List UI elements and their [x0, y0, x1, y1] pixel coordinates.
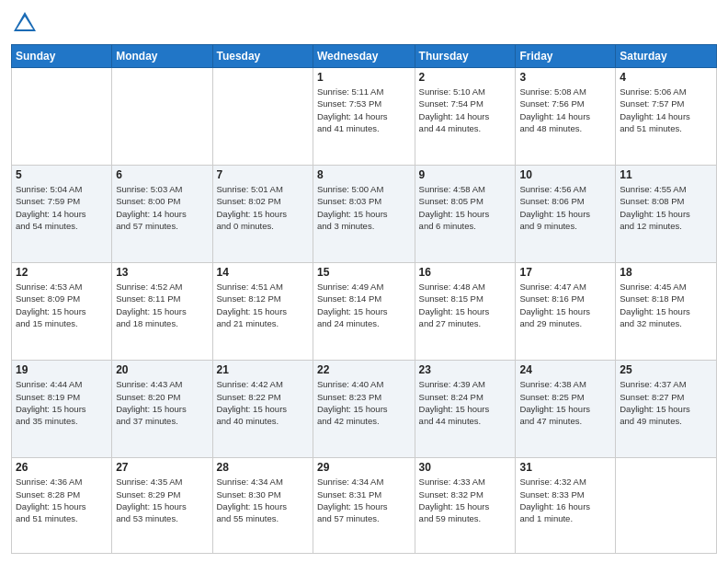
- day-cell: 7Sunrise: 5:01 AM Sunset: 8:02 PM Daylig…: [212, 166, 313, 263]
- week-row-3: 12Sunrise: 4:53 AM Sunset: 8:09 PM Dayli…: [12, 263, 717, 361]
- day-cell: 17Sunrise: 4:47 AM Sunset: 8:16 PM Dayli…: [516, 263, 616, 361]
- day-number: 27: [116, 461, 208, 474]
- calendar-table: SundayMondayTuesdayWednesdayThursdayFrid…: [11, 44, 717, 554]
- day-cell: 10Sunrise: 4:56 AM Sunset: 8:06 PM Dayli…: [516, 166, 616, 263]
- week-row-5: 26Sunrise: 4:36 AM Sunset: 8:28 PM Dayli…: [12, 458, 717, 554]
- day-number: 30: [419, 461, 512, 474]
- day-number: 1: [317, 71, 411, 84]
- day-cell: 9Sunrise: 4:58 AM Sunset: 8:05 PM Daylig…: [415, 166, 516, 263]
- day-cell: [12, 68, 112, 166]
- day-number: 29: [317, 461, 411, 474]
- day-number: 21: [217, 363, 309, 376]
- day-cell: [616, 458, 717, 554]
- day-number: 6: [116, 168, 208, 181]
- day-number: 16: [419, 266, 512, 279]
- day-number: 3: [519, 71, 611, 84]
- day-info: Sunrise: 4:51 AM Sunset: 8:12 PM Dayligh…: [217, 281, 309, 329]
- weekday-header-tuesday: Tuesday: [212, 45, 313, 68]
- day-cell: 24Sunrise: 4:38 AM Sunset: 8:25 PM Dayli…: [516, 361, 616, 458]
- day-number: 5: [16, 168, 108, 181]
- day-info: Sunrise: 4:33 AM Sunset: 8:32 PM Dayligh…: [419, 476, 512, 524]
- day-number: 31: [519, 461, 611, 474]
- day-cell: 26Sunrise: 4:36 AM Sunset: 8:28 PM Dayli…: [12, 458, 112, 554]
- day-info: Sunrise: 5:00 AM Sunset: 8:03 PM Dayligh…: [317, 183, 411, 232]
- day-cell: 12Sunrise: 4:53 AM Sunset: 8:09 PM Dayli…: [12, 263, 112, 361]
- day-info: Sunrise: 4:52 AM Sunset: 8:11 PM Dayligh…: [116, 281, 208, 329]
- day-info: Sunrise: 4:45 AM Sunset: 8:18 PM Dayligh…: [620, 281, 712, 329]
- logo: [11, 9, 42, 37]
- day-number: 22: [317, 363, 411, 376]
- day-info: Sunrise: 4:53 AM Sunset: 8:09 PM Dayligh…: [16, 281, 108, 329]
- day-cell: 5Sunrise: 5:04 AM Sunset: 7:59 PM Daylig…: [12, 166, 112, 263]
- day-cell: 22Sunrise: 4:40 AM Sunset: 8:23 PM Dayli…: [313, 361, 415, 458]
- day-cell: 31Sunrise: 4:32 AM Sunset: 8:33 PM Dayli…: [516, 458, 616, 554]
- day-cell: 11Sunrise: 4:55 AM Sunset: 8:08 PM Dayli…: [616, 166, 717, 263]
- day-cell: 3Sunrise: 5:08 AM Sunset: 7:56 PM Daylig…: [516, 68, 616, 166]
- day-cell: [112, 68, 212, 166]
- day-number: 23: [419, 363, 512, 376]
- day-cell: 28Sunrise: 4:34 AM Sunset: 8:30 PM Dayli…: [212, 458, 313, 554]
- day-cell: 6Sunrise: 5:03 AM Sunset: 8:00 PM Daylig…: [112, 166, 212, 263]
- day-info: Sunrise: 4:35 AM Sunset: 8:29 PM Dayligh…: [116, 476, 208, 524]
- day-info: Sunrise: 5:01 AM Sunset: 8:02 PM Dayligh…: [217, 183, 309, 232]
- header: [11, 9, 717, 37]
- day-info: Sunrise: 4:42 AM Sunset: 8:22 PM Dayligh…: [217, 378, 309, 427]
- weekday-header-thursday: Thursday: [415, 45, 516, 68]
- day-info: Sunrise: 4:32 AM Sunset: 8:33 PM Dayligh…: [519, 476, 611, 524]
- day-number: 15: [317, 266, 411, 279]
- weekday-header-saturday: Saturday: [616, 45, 717, 68]
- day-number: 14: [217, 266, 309, 279]
- day-cell: 29Sunrise: 4:34 AM Sunset: 8:31 PM Dayli…: [313, 458, 415, 554]
- day-cell: 14Sunrise: 4:51 AM Sunset: 8:12 PM Dayli…: [212, 263, 313, 361]
- day-cell: 13Sunrise: 4:52 AM Sunset: 8:11 PM Dayli…: [112, 263, 212, 361]
- day-number: 26: [16, 461, 108, 474]
- weekday-header-friday: Friday: [516, 45, 616, 68]
- week-row-4: 19Sunrise: 4:44 AM Sunset: 8:19 PM Dayli…: [12, 361, 717, 458]
- weekday-header-monday: Monday: [112, 45, 212, 68]
- day-cell: [212, 68, 313, 166]
- day-number: 12: [16, 266, 108, 279]
- weekday-header-wednesday: Wednesday: [313, 45, 415, 68]
- weekday-header-row: SundayMondayTuesdayWednesdayThursdayFrid…: [12, 45, 717, 68]
- day-number: 25: [620, 363, 712, 376]
- day-number: 8: [317, 168, 411, 181]
- day-info: Sunrise: 5:06 AM Sunset: 7:57 PM Dayligh…: [620, 86, 712, 134]
- day-info: Sunrise: 4:36 AM Sunset: 8:28 PM Dayligh…: [16, 476, 108, 524]
- day-info: Sunrise: 5:08 AM Sunset: 7:56 PM Dayligh…: [519, 86, 611, 134]
- day-number: 7: [217, 168, 309, 181]
- day-number: 19: [16, 363, 108, 376]
- day-info: Sunrise: 5:11 AM Sunset: 7:53 PM Dayligh…: [317, 86, 411, 134]
- day-cell: 8Sunrise: 5:00 AM Sunset: 8:03 PM Daylig…: [313, 166, 415, 263]
- day-cell: 19Sunrise: 4:44 AM Sunset: 8:19 PM Dayli…: [12, 361, 112, 458]
- day-cell: 4Sunrise: 5:06 AM Sunset: 7:57 PM Daylig…: [616, 68, 717, 166]
- day-info: Sunrise: 4:55 AM Sunset: 8:08 PM Dayligh…: [620, 183, 712, 232]
- weekday-header-sunday: Sunday: [12, 45, 112, 68]
- day-info: Sunrise: 4:58 AM Sunset: 8:05 PM Dayligh…: [419, 183, 512, 232]
- day-cell: 15Sunrise: 4:49 AM Sunset: 8:14 PM Dayli…: [313, 263, 415, 361]
- day-cell: 18Sunrise: 4:45 AM Sunset: 8:18 PM Dayli…: [616, 263, 717, 361]
- day-cell: 1Sunrise: 5:11 AM Sunset: 7:53 PM Daylig…: [313, 68, 415, 166]
- week-row-2: 5Sunrise: 5:04 AM Sunset: 7:59 PM Daylig…: [12, 166, 717, 263]
- day-number: 2: [419, 71, 512, 84]
- day-number: 18: [620, 266, 712, 279]
- page: SundayMondayTuesdayWednesdayThursdayFrid…: [0, 0, 728, 563]
- day-cell: 23Sunrise: 4:39 AM Sunset: 8:24 PM Dayli…: [415, 361, 516, 458]
- day-cell: 2Sunrise: 5:10 AM Sunset: 7:54 PM Daylig…: [415, 68, 516, 166]
- day-info: Sunrise: 4:39 AM Sunset: 8:24 PM Dayligh…: [419, 378, 512, 427]
- day-number: 24: [519, 363, 611, 376]
- day-number: 20: [116, 363, 208, 376]
- day-cell: 16Sunrise: 4:48 AM Sunset: 8:15 PM Dayli…: [415, 263, 516, 361]
- day-info: Sunrise: 5:04 AM Sunset: 7:59 PM Dayligh…: [16, 183, 108, 232]
- day-number: 17: [519, 266, 611, 279]
- day-info: Sunrise: 4:34 AM Sunset: 8:30 PM Dayligh…: [217, 476, 309, 524]
- day-number: 13: [116, 266, 208, 279]
- day-info: Sunrise: 4:56 AM Sunset: 8:06 PM Dayligh…: [519, 183, 611, 232]
- day-info: Sunrise: 4:43 AM Sunset: 8:20 PM Dayligh…: [116, 378, 208, 427]
- day-cell: 25Sunrise: 4:37 AM Sunset: 8:27 PM Dayli…: [616, 361, 717, 458]
- day-info: Sunrise: 5:03 AM Sunset: 8:00 PM Dayligh…: [116, 183, 208, 232]
- logo-icon: [11, 9, 39, 37]
- day-number: 9: [419, 168, 512, 181]
- day-number: 4: [620, 71, 712, 84]
- day-cell: 21Sunrise: 4:42 AM Sunset: 8:22 PM Dayli…: [212, 361, 313, 458]
- day-info: Sunrise: 4:37 AM Sunset: 8:27 PM Dayligh…: [620, 378, 712, 427]
